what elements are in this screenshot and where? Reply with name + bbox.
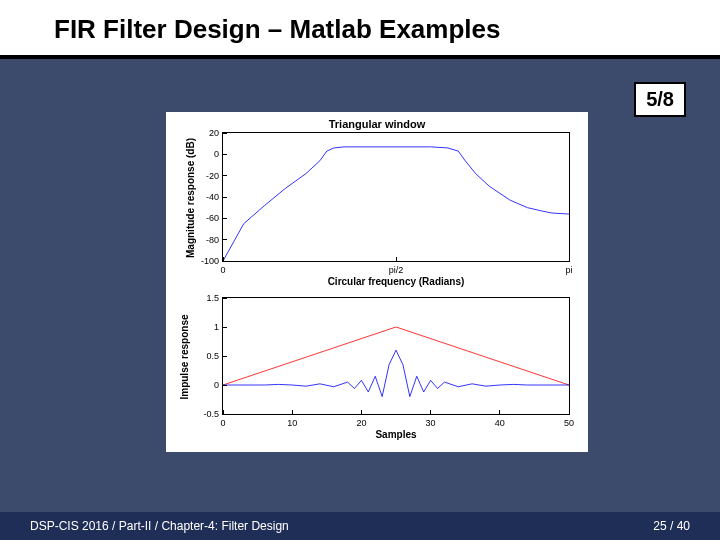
ytick: 0 [193,149,219,159]
xtick: 30 [426,418,436,428]
ytick: 0 [193,380,219,390]
chart-top-title: Triangular window [166,118,588,130]
chart-bottom-xlabel: Samples [222,429,570,440]
ytick: 20 [193,128,219,138]
chart-top-plot: 200-20-40-60-80-1000pi/2pi [222,132,570,262]
ytick: 1.5 [193,293,219,303]
chart-top-xlabel: Circular frequency (Radians) [222,276,570,287]
title-bar: FIR Filter Design – Matlab Examples [0,0,720,59]
xtick: 50 [564,418,574,428]
ytick: -40 [193,192,219,202]
series-response [223,147,569,261]
xtick: 0 [220,418,225,428]
ytick: -0.5 [193,409,219,419]
xtick: 20 [356,418,366,428]
ytick: -60 [193,213,219,223]
xtick: pi [565,265,572,275]
footer: DSP-CIS 2016 / Part-II / Chapter-4: Filt… [0,512,720,540]
xtick: 40 [495,418,505,428]
chart-container: Triangular window Magnitude response (dB… [166,112,588,452]
chart-top: Triangular window Magnitude response (dB… [166,112,588,287]
xtick: 0 [220,265,225,275]
ytick: 0.5 [193,351,219,361]
ytick: -100 [193,256,219,266]
chart-bottom: Impulse response -0.500.511.501020304050… [166,297,588,440]
xtick: 10 [287,418,297,428]
ytick: -80 [193,235,219,245]
footer-left: DSP-CIS 2016 / Part-II / Chapter-4: Filt… [30,519,289,533]
series-impulse [223,350,569,396]
ytick: 1 [193,322,219,332]
footer-right: 25 / 40 [653,519,690,533]
chart-bottom-plot: -0.500.511.501020304050 [222,297,570,415]
ytick: -20 [193,171,219,181]
series-badge: 5/8 [634,82,686,117]
page-title: FIR Filter Design – Matlab Examples [54,14,720,45]
chart-bottom-ylabel: Impulse response [179,314,190,399]
xtick: pi/2 [389,265,404,275]
series-window [223,327,569,385]
